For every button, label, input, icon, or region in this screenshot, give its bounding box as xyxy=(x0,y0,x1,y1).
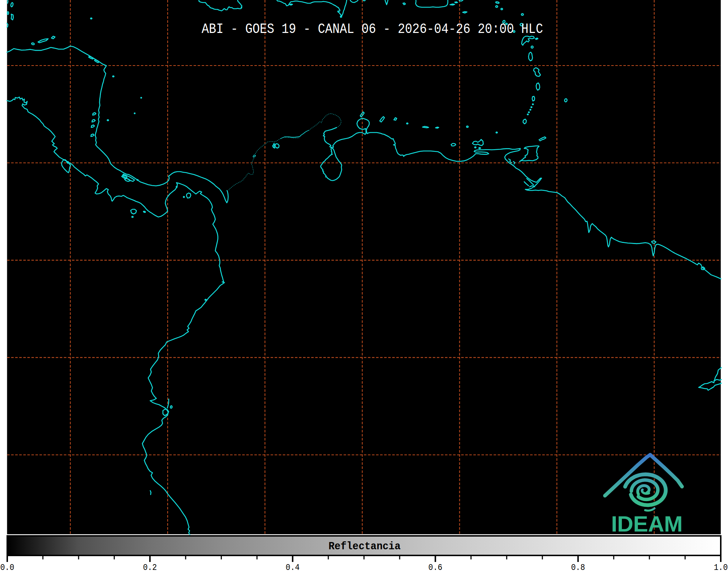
svg-text:1.0: 1.0 xyxy=(714,563,728,571)
svg-text:0.8: 0.8 xyxy=(571,563,585,571)
svg-text:0.2: 0.2 xyxy=(143,563,157,571)
svg-text:Reflectancia: Reflectancia xyxy=(329,540,401,553)
svg-text:IDEAM: IDEAM xyxy=(611,511,683,536)
svg-text:0.0: 0.0 xyxy=(0,563,14,571)
svg-text:0.4: 0.4 xyxy=(286,563,300,571)
svg-text:ABI - GOES 19 - CANAL 06 - 202: ABI - GOES 19 - CANAL 06 - 2026-04-26 20… xyxy=(202,21,543,37)
svg-text:0.6: 0.6 xyxy=(428,563,442,571)
